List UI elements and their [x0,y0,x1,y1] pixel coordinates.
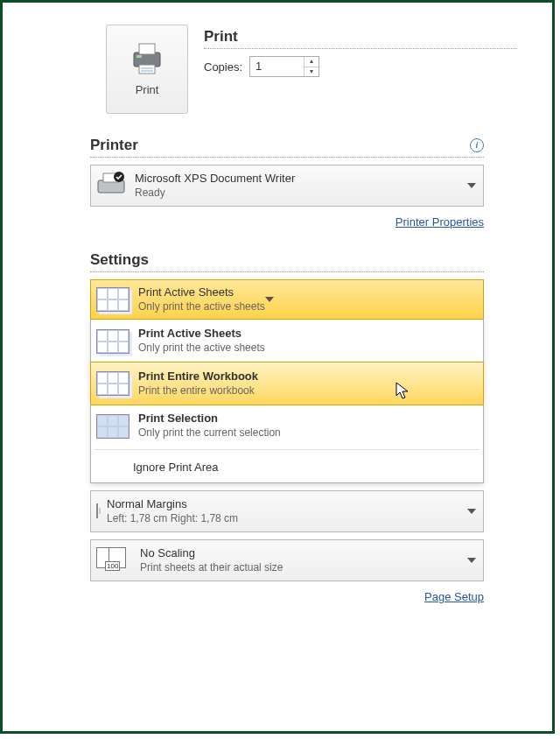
print-backstage-view: Print Print Copies: 1 ▲ ▼ [0,0,555,734]
margins-icon [96,504,98,517]
printer-icon [129,42,165,78]
svg-rect-3 [136,55,142,58]
printer-device-icon [96,172,126,201]
copies-label: Copies: [204,60,242,74]
printer-status: Ready [135,187,295,201]
sheets-icon [96,287,130,312]
copies-value[interactable]: 1 [250,57,304,76]
option-print-active-sheets[interactable]: Print Active Sheets Only print the activ… [91,320,483,362]
printer-name: Microsoft XPS Document Writer [135,172,295,187]
info-icon[interactable]: i [470,138,484,152]
print-button-label: Print [136,83,159,96]
copies-input[interactable]: 1 ▲ ▼ [249,56,319,77]
selection-icon [96,414,130,439]
svg-rect-1 [139,44,155,54]
svg-rect-2 [139,65,155,74]
option-print-selection[interactable]: Print Selection Only print the current s… [91,405,483,447]
printer-heading: Printer i [90,137,484,158]
scaling-icon: 100 [96,547,131,574]
spinner-up-icon[interactable]: ▲ [304,57,318,67]
page-setup-link[interactable]: Page Setup [424,590,484,603]
print-what-options-panel: Print Active Sheets Only print the activ… [90,319,484,482]
sheets-icon [96,329,130,354]
option-print-entire-workbook[interactable]: Print Entire Workbook Print the entire w… [90,362,484,405]
print-button[interactable]: Print [106,25,188,114]
printer-dropdown[interactable]: Microsoft XPS Document Writer Ready [90,165,484,207]
print-heading: Print [204,28,517,49]
print-what-dropdown[interactable]: Print Active Sheets Only print the activ… [90,279,484,320]
chevron-down-icon [467,183,476,188]
cursor-icon [396,382,411,404]
printer-properties-link[interactable]: Printer Properties [396,215,484,229]
separator [94,449,480,450]
option-ignore-print-area[interactable]: Ignore Print Area [91,452,483,482]
margins-dropdown[interactable]: Normal Margins Left: 1,78 cm Right: 1,78… [90,490,484,532]
chevron-down-icon [467,558,476,563]
workbook-icon [96,371,130,396]
chevron-down-icon [467,509,476,514]
spinner-down-icon[interactable]: ▼ [304,67,318,77]
scaling-dropdown[interactable]: 100 No Scaling Print sheets at their act… [90,539,484,581]
print-what-title: Print Active Sheets [138,285,265,300]
settings-heading: Settings [90,251,484,272]
copies-spinner[interactable]: ▲ ▼ [304,57,318,76]
print-what-sub: Only print the active sheets [138,300,265,314]
chevron-down-icon [265,297,274,302]
